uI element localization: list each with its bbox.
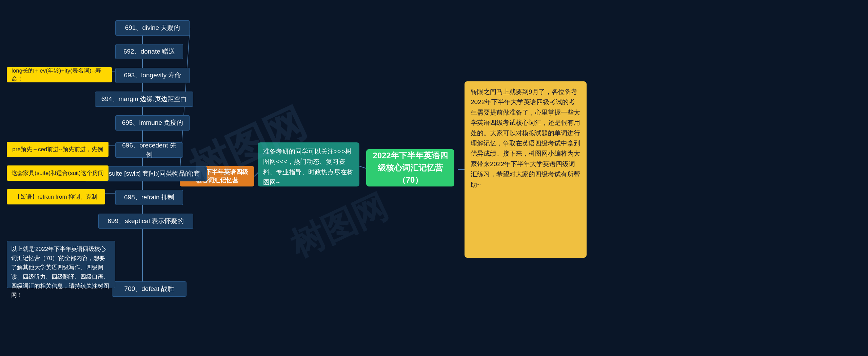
vocab-node-693: 693、longevity 寿命 [115,68,190,83]
vocab-node-699: 699、skeptical 表示怀疑的 [98,214,193,229]
vocab-node-698: 698、refrain 抑制 [115,190,183,205]
vocab-node-700: 700、defeat 战胜 [112,281,186,297]
watermark-2: 树图网 [283,184,395,269]
right-desc-node: 转眼之间马上就要到9月了，各位备考2022年下半年大学英语四级考试的考生需要提前… [465,81,587,258]
tip-suite-node: 这套家具(suite)和适合(suit)这个房间 [7,165,108,181]
mind-map: 2022年下半年英语四级核心词汇记忆营 691、divine 天赐的 692、d… [0,0,868,356]
tip-refrain-node: 【短语】refrain from 抑制、克制 [7,189,105,204]
vocab-node-696: 696、precedent 先例 [115,142,183,158]
vocab-node-695: 695、immune 免疫的 [115,115,190,131]
prepare-node: 准备考研的同学可以关注>>>树图网<<<，热门动态、复习资料、专业指导、时政热点… [258,142,359,186]
summary-node: 以上就是'2022年下半年英语四级核心词汇记忆营（70）'的全部内容，想要了解其… [7,241,115,288]
vocab-node-692: 692、donate 赠送 [115,44,183,59]
tip-long-node: long长的＋ev(年龄)+ity(表名词)--寿命！ [7,67,112,82]
vocab-node-694: 694、margin 边缘;页边距空白 [95,92,193,107]
tip-pre-node: pre预先＋ced前进--预先前进，先例 [7,142,108,157]
vocab-node-691: 691、divine 天赐的 [115,20,190,36]
right-main-node: 2022年下半年英语四级核心词汇记忆营（70） [366,149,454,186]
